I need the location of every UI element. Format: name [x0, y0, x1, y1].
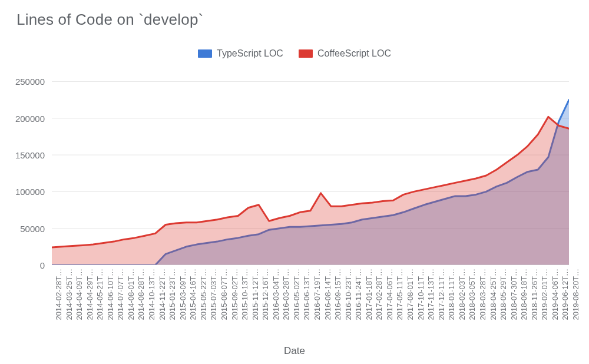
x-tick: 2019-02-01T…: [540, 269, 549, 320]
x-tick: 2015-03-09T…: [178, 269, 187, 320]
x-tick: 2014-11-22T…: [158, 269, 167, 320]
x-tick: 2014-04-09T…: [75, 269, 84, 320]
x-tick: 2015-08-07T…: [220, 269, 229, 320]
x-tick: 2014-07-07T…: [116, 269, 125, 320]
x-tick: 2015-05-22T…: [199, 269, 208, 320]
x-tick: 2014-08-01T…: [127, 269, 135, 320]
x-tick: 2015-10-13T…: [240, 269, 249, 320]
y-tick: 250000: [15, 77, 45, 87]
x-tick: 2014-04-29T…: [85, 269, 94, 320]
x-tick: 2018-03-05T…: [468, 269, 477, 320]
legend-item-coffeescript: CoffeeScript LOC: [299, 48, 391, 59]
x-tick: 2016-09-15T…: [333, 269, 342, 320]
x-axis-label: Date: [0, 345, 589, 357]
x-tick: 2019-04-06T…: [551, 269, 560, 320]
x-tick: 2018-09-18T…: [519, 269, 528, 320]
x-tick: 2018-11-26T…: [530, 269, 539, 320]
legend-label-ts: TypeScript LOC: [217, 48, 283, 59]
legend-swatch-cs: [299, 49, 313, 58]
x-tick: 2016-11-24T…: [354, 269, 363, 320]
x-tick: 2017-01-18T…: [365, 269, 373, 320]
legend: TypeScript LOC CoffeeScript LOC: [0, 48, 589, 59]
x-tick: 2014-06-10T…: [106, 269, 115, 320]
x-tick: 2016-03-28T…: [282, 269, 290, 320]
x-tick: 2016-07-19T…: [313, 269, 322, 320]
x-tick: 2019-08-20T…: [571, 269, 580, 320]
x-tick: 2017-11-13T…: [426, 269, 435, 320]
x-tick: 2016-08-14T…: [323, 269, 332, 320]
chart-title: Lines of Code on `develop`: [16, 11, 203, 29]
x-tick: 2014-10-13T…: [147, 269, 156, 320]
x-tick: 2016-06-13T…: [302, 269, 311, 320]
x-tick: 2017-10-11T…: [416, 269, 425, 320]
y-tick: 50000: [20, 223, 45, 233]
x-tick: 2018-02-03T…: [458, 269, 466, 320]
x-tick: 2018-05-29T…: [499, 269, 508, 320]
x-tick: 2016-05-02T…: [292, 269, 301, 320]
x-tick: 2015-12-16T…: [261, 269, 270, 320]
x-tick: 2014-05-21T…: [95, 269, 104, 320]
legend-swatch-ts: [198, 49, 212, 58]
x-axis-ticks: 2014-02-28T…2014-03-25T…2014-04-09T…2014…: [52, 269, 569, 344]
x-tick: 2018-01-11T…: [447, 269, 456, 320]
x-tick: 2015-01-23T…: [168, 269, 177, 320]
x-tick: 2014-02-28T…: [54, 269, 63, 320]
y-tick: 100000: [15, 187, 45, 197]
x-tick: 2014-08-28T…: [137, 269, 145, 320]
legend-label-cs: CoffeeScript LOC: [317, 48, 391, 59]
y-tick: 150000: [15, 150, 45, 160]
x-tick: 2018-03-28T…: [478, 269, 487, 320]
x-tick: 2018-07-30T…: [509, 269, 518, 320]
x-tick: 2015-09-02T…: [230, 269, 239, 320]
x-tick: 2017-08-01T…: [406, 269, 415, 320]
y-tick: 0: [40, 260, 45, 270]
x-tick: 2015-11-12T…: [251, 269, 260, 320]
x-tick: 2015-04-16T…: [188, 269, 197, 320]
x-tick: 2017-12-11T…: [437, 269, 446, 320]
x-tick: 2016-03-04T…: [272, 269, 280, 320]
y-axis-ticks: 050000100000150000200000250000: [0, 74, 49, 265]
x-tick: 2018-04-25T…: [489, 269, 498, 320]
x-tick: 2015-07-03T…: [209, 269, 218, 320]
x-tick: 2017-02-28T…: [375, 269, 383, 320]
plot-area: [52, 74, 569, 265]
x-tick: 2016-10-23T…: [344, 269, 353, 320]
y-tick: 200000: [15, 113, 45, 123]
x-tick: 2017-04-06T…: [385, 269, 394, 320]
x-tick: 2019-06-12T…: [561, 269, 570, 320]
x-tick: 2014-03-25T…: [65, 269, 74, 320]
x-tick: 2017-05-11T…: [395, 269, 404, 320]
legend-item-typescript: TypeScript LOC: [198, 48, 283, 59]
